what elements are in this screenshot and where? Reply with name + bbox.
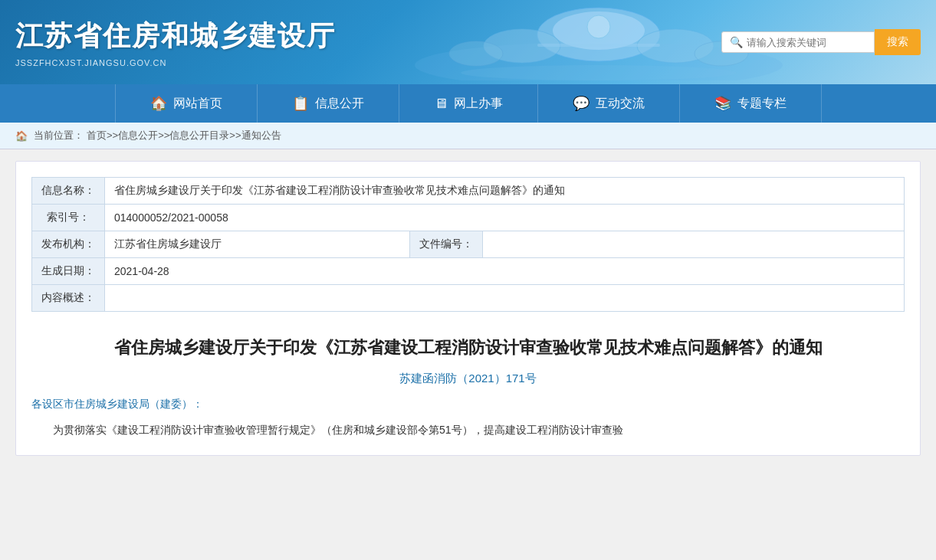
nav-item-info[interactable]: 📋 信息公开 [258, 84, 399, 123]
nav-label-info: 信息公开 [315, 96, 364, 112]
search-icon: 🔍 [730, 36, 743, 48]
breadcrumb-current-label: 当前位置： [34, 129, 84, 142]
nav-item-interact[interactable]: 💬 互动交流 [538, 84, 680, 123]
breadcrumb: 🏠 当前位置： 首页>>信息公开>>信息公开目录>>通知公告 [0, 123, 936, 149]
special-icon: 📚 [714, 95, 731, 112]
label-info-name: 信息名称： [32, 178, 105, 205]
main-nav: 🏠 网站首页 📋 信息公开 🖥 网上办事 💬 互动交流 📚 专题专栏 [0, 84, 936, 123]
label-summary: 内容概述： [32, 285, 105, 312]
breadcrumb-path: 首页>>信息公开>>信息公开目录>>通知公告 [87, 129, 281, 142]
table-row-index: 索引号： 014000052/2021-00058 [32, 205, 905, 231]
svg-point-6 [449, 41, 503, 66]
search-input[interactable] [747, 37, 869, 48]
article-title: 省住房城乡建设厅关于印发《江苏省建设工程消防设计审查验收常见技术难点问题解答》的… [31, 335, 905, 360]
nav-item-office[interactable]: 🖥 网上办事 [399, 84, 538, 123]
article-body: 为贯彻落实《建设工程消防设计审查验收管理暂行规定》（住房和城乡建设部令第51号）… [31, 421, 905, 440]
nav-label-office: 网上办事 [454, 96, 503, 112]
value-info-name: 省住房城乡建设厅关于印发《江苏省建设工程消防设计审查验收常见技术难点问题解答》的… [105, 178, 905, 205]
svg-point-9 [461, 65, 737, 80]
info-table: 信息名称： 省住房城乡建设厅关于印发《江苏省建设工程消防设计审查验收常见技术难点… [31, 177, 905, 312]
table-row-publisher: 发布机构： 江苏省住房城乡建设厅 文件编号： [32, 231, 905, 258]
svg-rect-8 [537, 44, 660, 47]
nav-item-home[interactable]: 🏠 网站首页 [115, 84, 258, 123]
article-recipient: 各设区市住房城乡建设局（建委）： [31, 398, 905, 411]
main-content: 信息名称： 省住房城乡建设厅关于印发《江苏省建设工程消防设计审查验收常见技术难点… [15, 161, 921, 456]
article-doc-no: 苏建函消防（2021）171号 [31, 372, 905, 386]
label-file-no: 文件编号： [410, 231, 483, 258]
label-index: 索引号： [32, 205, 105, 231]
office-icon: 🖥 [434, 96, 448, 112]
value-publisher: 江苏省住房城乡建设厅 [105, 231, 410, 258]
nav-label-home: 网站首页 [173, 96, 222, 112]
site-title: 江苏省住房和城乡建设厅 [15, 18, 336, 55]
interact-icon: 💬 [573, 95, 590, 112]
nav-item-special[interactable]: 📚 专题专栏 [680, 84, 822, 123]
site-url: JSSZFHCXJST.JIANGSU.GOV.CN [15, 58, 336, 67]
label-publisher: 发布机构： [32, 231, 105, 258]
home-icon: 🏠 [150, 95, 167, 112]
header: 江苏省住房和城乡建设厅 JSSZFHCXJST.JIANGSU.GOV.CN 🔍 [0, 0, 936, 84]
header-search: 🔍 搜索 [721, 29, 921, 55]
nav-label-special: 专题专栏 [737, 96, 787, 112]
label-date: 生成日期： [32, 258, 105, 285]
breadcrumb-home-icon: 🏠 [15, 130, 28, 142]
table-row-summary: 内容概述： [32, 285, 905, 312]
value-summary [105, 285, 905, 312]
header-branding: 江苏省住房和城乡建设厅 JSSZFHCXJST.JIANGSU.GOV.CN [15, 18, 336, 67]
table-row-date: 生成日期： 2021-04-28 [32, 258, 905, 285]
value-date: 2021-04-28 [105, 258, 905, 285]
table-row-title: 信息名称： 省住房城乡建设厅关于印发《江苏省建设工程消防设计审查验收常见技术难点… [32, 178, 905, 205]
value-index: 014000052/2021-00058 [105, 205, 905, 231]
search-box: 🔍 [721, 31, 875, 53]
value-file-no [483, 231, 905, 258]
search-button[interactable]: 搜索 [875, 29, 921, 55]
nav-label-interact: 互动交流 [596, 96, 645, 112]
info-icon: 📋 [292, 95, 309, 112]
svg-point-3 [587, 15, 610, 38]
